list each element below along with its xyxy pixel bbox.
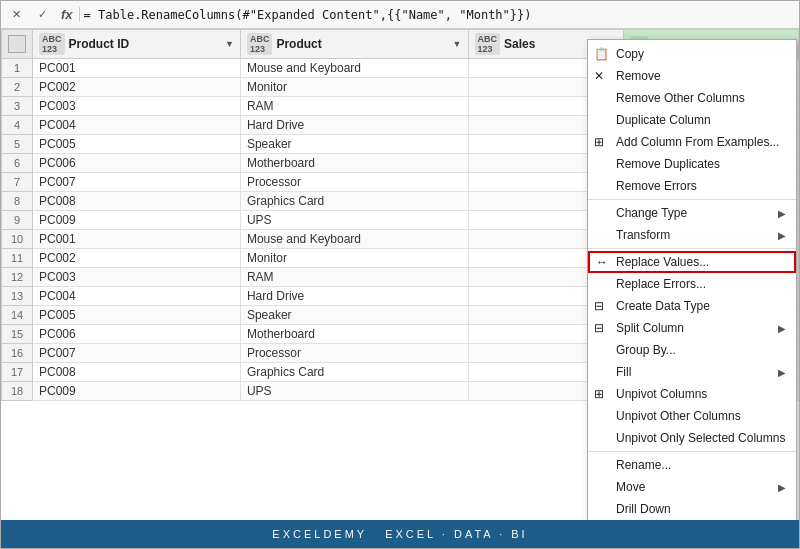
menu-icon-copy: 📋 xyxy=(594,47,609,61)
row-num-cell: 11 xyxy=(2,249,33,268)
col-type-icon-product: ABC123 xyxy=(247,33,273,55)
col-label-product-id: Product ID xyxy=(69,37,130,51)
context-menu: 📋Copy✕RemoveRemove Other ColumnsDuplicat… xyxy=(587,39,797,520)
product-id-cell: PC002 xyxy=(33,249,241,268)
product-id-cell: PC007 xyxy=(33,344,241,363)
menu-label-transform: Transform xyxy=(616,228,670,242)
product-cell: Graphics Card xyxy=(240,363,468,382)
row-num-cell: 2 xyxy=(2,78,33,97)
menu-label-remove-duplicates: Remove Duplicates xyxy=(616,157,720,171)
product-id-cell: PC005 xyxy=(33,306,241,325)
row-num-cell: 5 xyxy=(2,135,33,154)
menu-item-duplicate-column[interactable]: Duplicate Column xyxy=(588,109,796,131)
menu-icon-remove: ✕ xyxy=(594,69,604,83)
separator-separator2 xyxy=(588,248,796,249)
menu-item-fill[interactable]: Fill▶ xyxy=(588,361,796,383)
menu-item-copy[interactable]: 📋Copy xyxy=(588,43,796,65)
footer-text: exceldemy EXCEL · DATA · BI xyxy=(272,528,527,540)
menu-item-create-data-type[interactable]: ⊟Create Data Type xyxy=(588,295,796,317)
product-cell: UPS xyxy=(240,382,468,401)
row-num-cell: 10 xyxy=(2,230,33,249)
menu-item-rename[interactable]: Rename... xyxy=(588,454,796,476)
menu-item-split-column[interactable]: ⊟Split Column▶ xyxy=(588,317,796,339)
menu-icon-replace-values: ↔ xyxy=(596,255,608,269)
menu-item-unpivot-only-selected[interactable]: Unpivot Only Selected Columns xyxy=(588,427,796,449)
menu-label-replace-errors: Replace Errors... xyxy=(616,277,706,291)
product-id-cell: PC009 xyxy=(33,211,241,230)
row-num-cell: 9 xyxy=(2,211,33,230)
row-num-cell: 1 xyxy=(2,59,33,78)
menu-item-add-column-from-examples[interactable]: ⊞Add Column From Examples... xyxy=(588,131,796,153)
submenu-arrow-move: ▶ xyxy=(778,482,786,493)
row-num-cell: 4 xyxy=(2,116,33,135)
col-header-product[interactable]: ABC123 Product ▼ xyxy=(240,30,468,59)
col-dropdown-product[interactable]: ▼ xyxy=(453,39,462,49)
product-cell: Hard Drive xyxy=(240,287,468,306)
row-num-cell: 6 xyxy=(2,154,33,173)
product-id-cell: PC001 xyxy=(33,59,241,78)
product-id-cell: PC003 xyxy=(33,97,241,116)
product-id-cell: PC004 xyxy=(33,287,241,306)
menu-label-fill: Fill xyxy=(616,365,631,379)
separator-separator1 xyxy=(588,199,796,200)
product-id-cell: PC007 xyxy=(33,173,241,192)
product-cell: Mouse and Keyboard xyxy=(240,230,468,249)
product-cell: RAM xyxy=(240,97,468,116)
menu-item-remove-duplicates[interactable]: Remove Duplicates xyxy=(588,153,796,175)
menu-item-move[interactable]: Move▶ xyxy=(588,476,796,498)
col-type-icon-sales: ABC123 xyxy=(475,33,501,55)
menu-item-replace-errors[interactable]: Replace Errors... xyxy=(588,273,796,295)
row-num-cell: 12 xyxy=(2,268,33,287)
menu-icon-split-column: ⊟ xyxy=(594,321,604,335)
menu-item-group-by[interactable]: Group By... xyxy=(588,339,796,361)
product-id-cell: PC006 xyxy=(33,154,241,173)
product-id-cell: PC005 xyxy=(33,135,241,154)
product-cell: Speaker xyxy=(240,306,468,325)
menu-item-remove-other-columns[interactable]: Remove Other Columns xyxy=(588,87,796,109)
menu-icon-unpivot-columns: ⊞ xyxy=(594,387,604,401)
menu-item-remove-errors[interactable]: Remove Errors xyxy=(588,175,796,197)
row-num-cell: 18 xyxy=(2,382,33,401)
menu-item-change-type[interactable]: Change Type▶ xyxy=(588,202,796,224)
submenu-arrow-transform: ▶ xyxy=(778,230,786,241)
menu-item-remove[interactable]: ✕Remove xyxy=(588,65,796,87)
menu-label-split-column: Split Column xyxy=(616,321,684,335)
product-id-cell: PC006 xyxy=(33,325,241,344)
confirm-button[interactable]: ✓ xyxy=(31,4,53,26)
row-num-cell: 7 xyxy=(2,173,33,192)
menu-item-drill-down[interactable]: Drill Down xyxy=(588,498,796,520)
menu-label-drill-down: Drill Down xyxy=(616,502,671,516)
menu-label-group-by: Group By... xyxy=(616,343,676,357)
product-id-cell: PC004 xyxy=(33,116,241,135)
menu-label-copy: Copy xyxy=(616,47,644,61)
row-num-cell: 16 xyxy=(2,344,33,363)
menu-item-unpivot-columns[interactable]: ⊞Unpivot Columns xyxy=(588,383,796,405)
row-num-header xyxy=(2,30,33,59)
product-cell: Processor xyxy=(240,344,468,363)
fx-label: fx xyxy=(57,7,80,22)
row-num-cell: 13 xyxy=(2,287,33,306)
product-cell: Graphics Card xyxy=(240,192,468,211)
table-area: ABC123 Product ID ▼ ABC123 Product ▼ xyxy=(1,29,799,520)
close-button[interactable]: ✕ xyxy=(5,4,27,26)
formula-input[interactable] xyxy=(84,8,795,22)
product-cell: RAM xyxy=(240,268,468,287)
submenu-arrow-fill: ▶ xyxy=(778,367,786,378)
separator-separator3 xyxy=(588,451,796,452)
product-cell: UPS xyxy=(240,211,468,230)
col-dropdown-product-id[interactable]: ▼ xyxy=(225,39,234,49)
menu-icon-create-data-type: ⊟ xyxy=(594,299,604,313)
product-cell: Mouse and Keyboard xyxy=(240,59,468,78)
product-cell: Motherboard xyxy=(240,154,468,173)
product-cell: Speaker xyxy=(240,135,468,154)
menu-label-add-column-from-examples: Add Column From Examples... xyxy=(616,135,779,149)
row-num-cell: 14 xyxy=(2,306,33,325)
row-num-cell: 15 xyxy=(2,325,33,344)
product-id-cell: PC008 xyxy=(33,192,241,211)
row-num-cell: 17 xyxy=(2,363,33,382)
col-header-product-id[interactable]: ABC123 Product ID ▼ xyxy=(33,30,241,59)
menu-item-transform[interactable]: Transform▶ xyxy=(588,224,796,246)
menu-item-unpivot-other-columns[interactable]: Unpivot Other Columns xyxy=(588,405,796,427)
menu-item-replace-values[interactable]: ↔Replace Values... xyxy=(588,251,796,273)
menu-label-create-data-type: Create Data Type xyxy=(616,299,710,313)
